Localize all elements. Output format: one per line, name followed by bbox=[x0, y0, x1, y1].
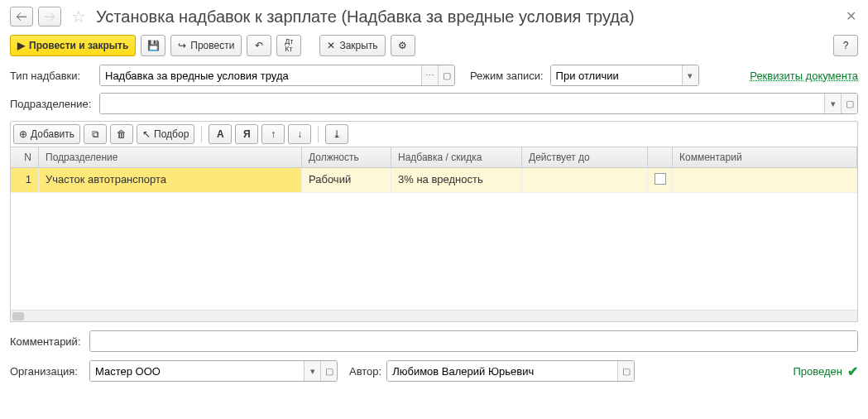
arrow-down-icon: ↓ bbox=[297, 128, 302, 140]
trash-icon: 🗑 bbox=[117, 128, 127, 140]
comment-input-wrap[interactable] bbox=[89, 330, 858, 352]
copy-icon: ⧉ bbox=[92, 128, 99, 140]
help-button[interactable]: ? bbox=[833, 35, 858, 56]
help-icon: ? bbox=[843, 40, 849, 51]
dept-open-icon[interactable]: ▢ bbox=[841, 94, 857, 113]
grid-body: 1 Участок автотранспорта Рабочий 3% на в… bbox=[11, 168, 857, 310]
post-label: Провести bbox=[190, 40, 234, 51]
undo-icon: ↶ bbox=[255, 40, 263, 51]
checkbox-icon[interactable] bbox=[655, 173, 666, 185]
dtkt-icon: ДтКт bbox=[285, 38, 293, 53]
close-icon[interactable]: ✕ bbox=[846, 8, 856, 24]
plus-circle-icon: ⊕ bbox=[19, 128, 27, 140]
favorite-star-icon[interactable]: ☆ bbox=[71, 7, 86, 26]
author-open-icon[interactable]: ▢ bbox=[617, 361, 634, 381]
cell-chk[interactable] bbox=[648, 168, 673, 192]
add-button[interactable]: ⊕ Добавить bbox=[13, 124, 80, 144]
save-button[interactable]: 💾 bbox=[141, 35, 165, 56]
type-input-wrap[interactable]: ⋯ ▢ bbox=[99, 65, 455, 86]
comment-label: Комментарий: bbox=[10, 335, 84, 348]
dept-input-wrap[interactable]: ▾ ▢ bbox=[99, 93, 858, 114]
dtkt-button[interactable]: ДтКт bbox=[276, 35, 301, 56]
move-up-button[interactable]: ↑ bbox=[261, 124, 285, 144]
letter-ya-icon: Я bbox=[243, 128, 251, 140]
move-down-button[interactable]: ↓ bbox=[288, 124, 311, 144]
comment-input[interactable] bbox=[90, 331, 857, 351]
cell-pos[interactable]: Рабочий bbox=[302, 168, 391, 192]
letter-a-icon: А bbox=[217, 128, 224, 140]
col-pos-header[interactable]: Должность bbox=[302, 147, 391, 167]
col-allow-header[interactable]: Надбавка / скидка bbox=[391, 147, 522, 167]
settings-button[interactable]: ⚙ bbox=[391, 35, 415, 56]
post-button[interactable]: ↪ Провести bbox=[170, 35, 242, 56]
col-dept-header[interactable]: Подразделение bbox=[39, 147, 302, 167]
grid: N Подразделение Должность Надбавка / ски… bbox=[10, 147, 858, 322]
cell-comm[interactable] bbox=[673, 168, 857, 192]
col-until-header[interactable]: Действует до bbox=[522, 147, 648, 167]
author-input-wrap[interactable]: ▢ bbox=[386, 360, 635, 382]
post-close-label: Провести и закрыть bbox=[29, 40, 128, 51]
mode-dropdown-icon[interactable]: ▾ bbox=[682, 65, 698, 85]
gear-icon: ⚙ bbox=[398, 40, 407, 51]
close-label: Закрыть bbox=[339, 40, 377, 51]
import-icon: ⤓ bbox=[333, 128, 341, 140]
org-dropdown-icon[interactable]: ▾ bbox=[304, 361, 320, 381]
dept-dropdown-icon[interactable]: ▾ bbox=[824, 94, 841, 113]
sort-ya-button[interactable]: Я bbox=[235, 124, 258, 144]
select-button[interactable]: ↖ Подбор bbox=[137, 124, 194, 144]
mode-input-wrap[interactable]: ▾ bbox=[550, 65, 699, 86]
cell-dept[interactable]: Участок автотранспорта bbox=[39, 168, 302, 192]
cursor-icon: ↖ bbox=[142, 128, 151, 140]
delete-button[interactable]: 🗑 bbox=[110, 124, 133, 144]
add-label: Добавить bbox=[31, 128, 74, 140]
dept-input[interactable] bbox=[100, 94, 824, 113]
close-x-icon: ✕ bbox=[327, 40, 335, 51]
save-icon: 💾 bbox=[147, 40, 160, 51]
cell-n[interactable]: 1 bbox=[11, 168, 39, 192]
post-icon: ↪ bbox=[178, 40, 186, 51]
table-row[interactable]: 1 Участок автотранспорта Рабочий 3% на в… bbox=[11, 168, 857, 193]
check-icon: ✔ bbox=[847, 364, 858, 379]
back-button[interactable]: 🡠 bbox=[10, 7, 33, 26]
copy-button[interactable]: ⧉ bbox=[84, 124, 107, 144]
undo-button[interactable]: ↶ bbox=[247, 35, 271, 56]
page-title: Установка надбавок к зарплате (Надбавка … bbox=[96, 7, 635, 26]
mode-label: Режим записи: bbox=[470, 70, 544, 82]
horizontal-scrollbar[interactable] bbox=[11, 310, 857, 321]
cell-allow[interactable]: 3% на вредность bbox=[391, 168, 522, 192]
author-label: Автор: bbox=[349, 365, 381, 378]
details-link[interactable]: Реквизиты документа bbox=[750, 70, 858, 82]
import-button[interactable]: ⤓ bbox=[325, 124, 348, 144]
arrow-up-icon: ↑ bbox=[271, 128, 276, 140]
org-input[interactable] bbox=[90, 361, 304, 381]
col-comm-header[interactable]: Комментарий bbox=[673, 147, 857, 167]
grid-header-row: N Подразделение Должность Надбавка / ски… bbox=[11, 147, 857, 168]
post-and-close-button[interactable]: ▶ Провести и закрыть bbox=[10, 35, 136, 56]
mode-input[interactable] bbox=[551, 65, 682, 85]
type-label: Тип надбавки: bbox=[10, 70, 93, 82]
org-open-icon[interactable]: ▢ bbox=[320, 361, 337, 381]
close-button[interactable]: ✕ Закрыть bbox=[319, 35, 385, 56]
sort-a-button[interactable]: А bbox=[209, 124, 232, 144]
status-badge: Проведен bbox=[793, 365, 842, 378]
dept-label: Подразделение: bbox=[10, 98, 93, 110]
post-close-icon: ▶ bbox=[17, 40, 25, 51]
forward-button[interactable]: 🡢 bbox=[38, 7, 61, 26]
select-label: Подбор bbox=[154, 128, 189, 140]
org-label: Организация: bbox=[10, 365, 84, 378]
author-input[interactable] bbox=[387, 361, 617, 381]
col-chk-header[interactable] bbox=[648, 147, 673, 167]
org-input-wrap[interactable]: ▾ ▢ bbox=[89, 360, 338, 382]
col-n-header[interactable]: N bbox=[11, 147, 39, 167]
type-ellipsis-icon[interactable]: ⋯ bbox=[421, 65, 438, 85]
grid-toolbar: ⊕ Добавить ⧉ 🗑 ↖ Подбор А Я ↑ ↓ ⤓ bbox=[10, 121, 858, 147]
type-input[interactable] bbox=[100, 65, 421, 85]
cell-until[interactable] bbox=[522, 168, 648, 192]
type-open-icon[interactable]: ▢ bbox=[438, 65, 454, 85]
